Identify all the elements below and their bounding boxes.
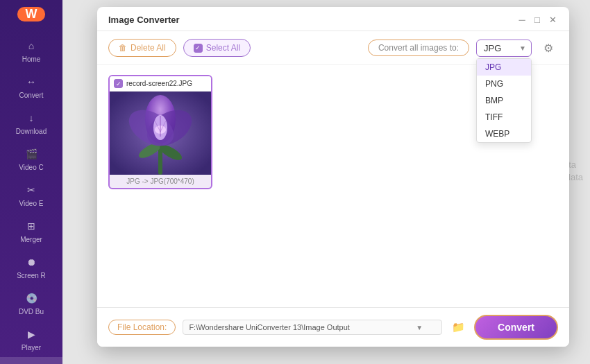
sidebar-item-label: Player — [22, 344, 41, 352]
sidebar-item-label: Download — [16, 128, 47, 135]
format-select-wrapper: JPG PNG BMP TIFF WEBP ▼ JPG PNG BMP TIFF… — [476, 40, 532, 57]
sidebar-item-video-compress[interactable]: 🎬 Video C — [0, 141, 62, 177]
sidebar-item-label: Screen R — [17, 272, 46, 279]
minimize-button[interactable]: ─ — [516, 14, 528, 25]
maximize-button[interactable]: □ — [532, 14, 543, 25]
format-select[interactable]: JPG PNG BMP TIFF WEBP — [476, 40, 532, 57]
delete-icon: 🗑 — [119, 43, 127, 53]
sidebar-item-screen-recorder[interactable]: ⏺ Screen R — [0, 249, 62, 285]
sidebar-item-home[interactable]: ⌂ Home — [0, 33, 62, 69]
screen-record-icon: ⏺ — [24, 254, 39, 270]
browse-folder-button[interactable]: 📁 — [449, 318, 467, 336]
format-dropdown-menu[interactable]: JPG PNG BMP TIFF WEBP — [476, 58, 532, 143]
download-icon: ↓ — [24, 110, 39, 125]
video-compress-icon: 🎬 — [24, 146, 39, 162]
main-content: data etadata CD. Image Converter ─ □ ✕ 🗑… — [62, 0, 590, 364]
sidebar: W ⌂ Home ↔ Convert ↓ Download 🎬 Video C … — [0, 0, 62, 364]
select-all-button[interactable]: ✓ Select All — [183, 39, 251, 57]
video-edit-icon: ✂ — [24, 182, 39, 198]
dropdown-item-webp[interactable]: WEBP — [477, 125, 531, 142]
converter-settings-button[interactable]: ⚙ — [539, 38, 558, 58]
sidebar-item-download[interactable]: ↓ Download — [0, 105, 62, 141]
close-button[interactable]: ✕ — [547, 14, 558, 25]
app-logo: W — [17, 7, 45, 21]
select-all-label: Select All — [206, 43, 240, 53]
merger-icon: ⊞ — [24, 218, 39, 234]
dropdown-item-jpg[interactable]: JPG — [477, 59, 531, 76]
modal-titlebar: Image Converter ─ □ ✕ — [97, 7, 569, 31]
image-thumbnail — [110, 92, 211, 175]
home-icon: ⌂ — [24, 38, 39, 53]
dropdown-item-tiff[interactable]: TIFF — [477, 109, 531, 125]
image-filename: record-screen22.JPG — [126, 80, 192, 87]
image-caption: JPG -> JPG(700*470) — [110, 175, 211, 188]
sidebar-item-label: Video E — [19, 200, 44, 207]
sidebar-item-convert[interactable]: ↔ Convert — [0, 69, 62, 105]
modal-title: Image Converter — [108, 15, 180, 25]
image-card[interactable]: ✓ record-screen22.JPG — [108, 75, 212, 189]
file-path-select[interactable]: F:\Wondershare UniConverter 13\Image Out… — [183, 320, 442, 335]
modal-toolbar: 🗑 Delete All ✓ Select All Convert all im… — [97, 31, 569, 65]
convert-button[interactable]: Convert — [474, 315, 558, 340]
delete-all-button[interactable]: 🗑 Delete All — [108, 39, 176, 57]
sidebar-item-label: Convert — [19, 92, 43, 99]
image-card-header: ✓ record-screen22.JPG — [110, 76, 211, 92]
sidebar-item-dvd-burner[interactable]: 💿 DVD Bu — [0, 285, 62, 321]
file-location-label: File Location: — [108, 320, 176, 335]
sidebar-item-label: DVD Bu — [19, 308, 44, 315]
player-icon: ▶ — [24, 327, 39, 342]
modal-footer: File Location: F:\Wondershare UniConvert… — [97, 307, 569, 347]
sidebar-item-label: Merger — [20, 236, 42, 243]
image-converter-modal: Image Converter ─ □ ✕ 🗑 Delete All ✓ Sel… — [97, 7, 569, 347]
image-checkbox[interactable]: ✓ — [114, 79, 123, 88]
sidebar-item-toolbox[interactable]: ⊞ Toolbox — [0, 357, 62, 364]
convert-icon: ↔ — [24, 74, 39, 89]
delete-all-label: Delete All — [130, 43, 166, 53]
convert-all-label: Convert all images to: — [368, 40, 469, 56]
dropdown-item-png[interactable]: PNG — [477, 76, 531, 92]
sidebar-item-label: Video C — [19, 164, 43, 171]
select-all-checkbox: ✓ — [194, 44, 203, 53]
sidebar-item-merger[interactable]: ⊞ Merger — [0, 213, 62, 249]
sidebar-item-label: Home — [22, 55, 41, 63]
titlebar-controls: ─ □ ✕ — [516, 14, 558, 25]
dropdown-item-bmp[interactable]: BMP — [477, 92, 531, 109]
sidebar-item-video-edit[interactable]: ✂ Video E — [0, 177, 62, 213]
app-background: W ⌂ Home ↔ Convert ↓ Download 🎬 Video C … — [0, 0, 590, 364]
sidebar-item-player[interactable]: ▶ Player — [0, 321, 62, 357]
dvd-icon: 💿 — [24, 291, 39, 306]
